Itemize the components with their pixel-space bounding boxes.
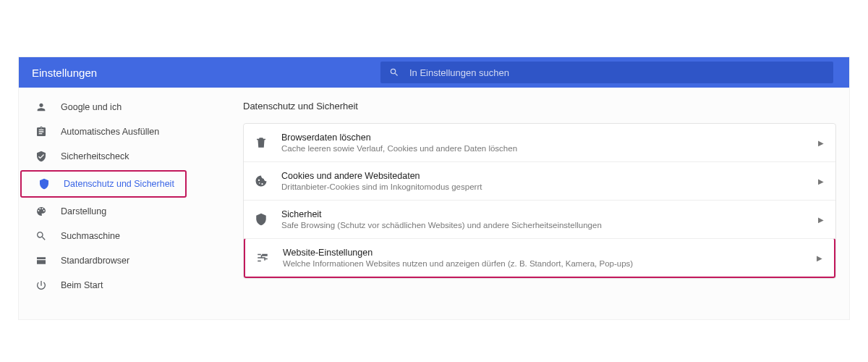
sidebar-item-label: Sicherheitscheck	[61, 151, 129, 161]
app-title: Einstellungen	[19, 67, 380, 79]
row-title: Website-Einstellungen	[283, 248, 804, 258]
person-icon	[35, 101, 48, 113]
sliders-icon	[255, 251, 270, 264]
palette-icon	[35, 206, 48, 217]
shield-icon	[254, 213, 268, 226]
browser-window-icon	[35, 255, 48, 266]
sidebar-item-on-startup[interactable]: Beim Start	[19, 273, 192, 298]
chevron-right-icon: ▶	[818, 139, 824, 147]
row-text: Sicherheit Safe Browsing (Schutz vor sch…	[281, 209, 805, 230]
section-title: Datenschutz und Sicherheit	[243, 101, 836, 111]
row-security[interactable]: Sicherheit Safe Browsing (Schutz vor sch…	[244, 200, 835, 238]
row-site-settings[interactable]: Website-Einstellungen Welche Information…	[244, 238, 835, 278]
search-input[interactable]	[409, 67, 825, 78]
sidebar-item-safety-check[interactable]: Sicherheitscheck	[19, 144, 192, 169]
sidebar-item-label: Suchmaschine	[61, 231, 120, 241]
row-title: Cookies und andere Websitedaten	[281, 171, 805, 181]
sidebar-item-google-and-me[interactable]: Google und ich	[19, 95, 192, 119]
row-desc: Welche Informationen Websites nutzen und…	[283, 259, 804, 268]
body: Google und ich Automatisches Ausfüllen S…	[19, 88, 849, 319]
header-bar: Einstellungen	[19, 57, 849, 88]
search-icon	[389, 67, 399, 77]
sidebar-item-label: Automatisches Ausfüllen	[61, 127, 159, 137]
cookie-icon	[254, 174, 268, 188]
row-text: Cookies und andere Websitedaten Drittanb…	[281, 171, 805, 191]
trash-icon	[254, 136, 268, 149]
row-desc: Cache leeren sowie Verlauf, Cookies und …	[281, 144, 805, 153]
sidebar-item-label: Beim Start	[61, 280, 103, 290]
sidebar-item-label: Google und ich	[61, 102, 122, 112]
sidebar-item-label: Datenschutz und Sicherheit	[64, 179, 174, 189]
sidebar: Google und ich Automatisches Ausfüllen S…	[19, 88, 192, 319]
shield-check-icon	[35, 151, 48, 162]
settings-window: Einstellungen Google und ich	[18, 56, 850, 320]
highlight-box-sidebar: Datenschutz und Sicherheit	[20, 170, 187, 198]
sidebar-item-search-engine[interactable]: Suchmaschine	[19, 224, 192, 248]
sidebar-item-appearance[interactable]: Darstellung	[19, 199, 192, 224]
chevron-right-icon: ▶	[818, 216, 824, 224]
row-title: Sicherheit	[281, 209, 805, 219]
chevron-right-icon: ▶	[818, 177, 824, 185]
row-desc: Drittanbieter-Cookies sind im Inkognitom…	[281, 182, 805, 191]
sidebar-item-privacy-security[interactable]: Datenschutz und Sicherheit	[22, 172, 185, 196]
power-icon	[35, 279, 48, 291]
row-clear-browsing-data[interactable]: Browserdaten löschen Cache leeren sowie …	[244, 124, 835, 161]
search-icon	[35, 230, 48, 242]
shield-icon	[38, 178, 51, 190]
row-title: Browserdaten löschen	[281, 132, 805, 143]
row-desc: Safe Browsing (Schutz vor schädlichen We…	[281, 221, 805, 230]
search-wrap	[380, 62, 849, 83]
sidebar-item-label: Darstellung	[61, 206, 106, 216]
main-panel: Datenschutz und Sicherheit Browserdaten …	[192, 88, 849, 319]
search-box[interactable]	[380, 62, 833, 83]
sidebar-item-label: Standardbrowser	[61, 256, 129, 266]
clipboard-icon	[35, 126, 48, 138]
sidebar-item-default-browser[interactable]: Standardbrowser	[19, 248, 192, 273]
row-text: Browserdaten löschen Cache leeren sowie …	[281, 132, 805, 153]
sidebar-item-autofill[interactable]: Automatisches Ausfüllen	[19, 119, 192, 144]
row-cookies[interactable]: Cookies und andere Websitedaten Drittanb…	[244, 161, 835, 200]
chevron-right-icon: ▶	[817, 254, 822, 262]
settings-card: Browserdaten löschen Cache leeren sowie …	[243, 123, 836, 279]
row-text: Website-Einstellungen Welche Information…	[283, 248, 804, 268]
